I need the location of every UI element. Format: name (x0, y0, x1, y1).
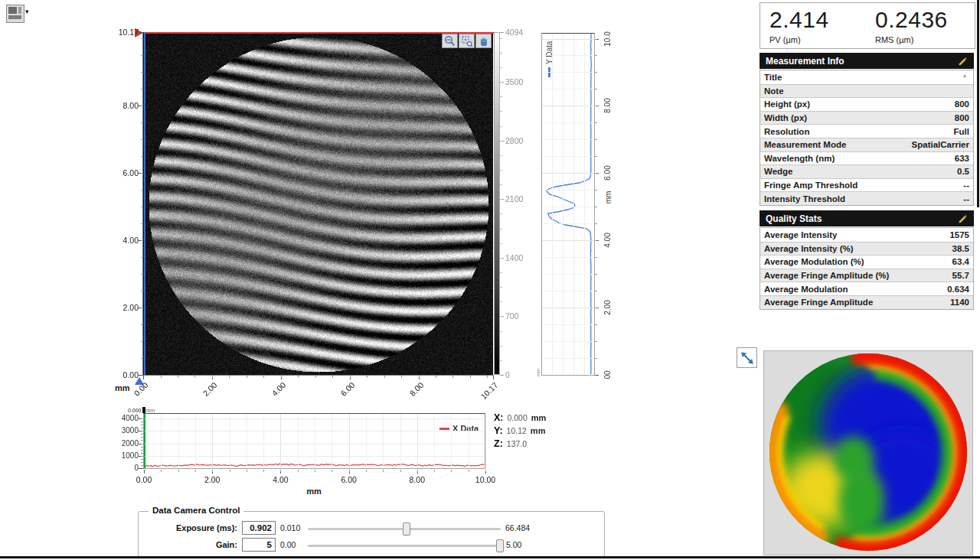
plot-gridline (485, 414, 486, 468)
axis-tick-label: 0.00 (129, 475, 159, 484)
axis-minor-tick (141, 437, 143, 438)
colorbar-minor-tick (500, 331, 502, 332)
axis-minor-tick (263, 470, 264, 472)
plot-gridline (417, 414, 418, 468)
axis-minor-tick (349, 470, 350, 472)
view-layout-icon[interactable] (6, 5, 24, 23)
colorbar-minor-tick (500, 272, 502, 273)
axis-minor-tick (141, 324, 143, 325)
axis-minor-tick (401, 376, 402, 378)
layout-dropdown-caret-icon[interactable]: ▾ (25, 8, 29, 15)
row-value: 1575 (949, 230, 969, 239)
row-label: Average Fringe Amplitude (%) (764, 271, 889, 280)
colorbar-minor-tick (500, 170, 502, 171)
plot-gridline (542, 39, 593, 40)
exposure-slider-thumb[interactable] (403, 523, 410, 536)
x-cursor-line[interactable] (144, 32, 145, 375)
plot-gridline (315, 414, 315, 468)
plot-gridline (280, 414, 281, 468)
colorbar-tick-label: 2800 (505, 136, 536, 145)
edit-pencil-icon[interactable] (958, 56, 968, 66)
row-value: 55.7 (952, 271, 969, 280)
table-row[interactable]: ResolutionFull (760, 124, 973, 138)
row-label: Average Intensity (764, 230, 837, 239)
interferogram-image[interactable] (143, 32, 493, 375)
axis-tick-label: 6.00 (325, 380, 356, 411)
axis-minor-tick (141, 440, 143, 441)
zoom-region-button[interactable] (459, 34, 475, 48)
plot-gridline (542, 240, 593, 241)
axis-minor-tick (419, 376, 420, 378)
axis-minor-tick (350, 376, 351, 378)
axis-minor-tick (141, 308, 143, 308)
axis-minor-tick (230, 470, 230, 472)
axis-tick-label: 8.00 (394, 380, 425, 411)
table-row[interactable]: Measurement ModeSpatialCarrier (760, 138, 973, 151)
table-row[interactable]: Average Fringe Amplitude1140 (760, 295, 973, 309)
plot-gridline (145, 418, 485, 419)
row-value: -- (963, 194, 969, 203)
colorbar-minor-tick (500, 360, 502, 361)
table-row[interactable]: Height (px)800 (760, 97, 973, 111)
axis-tick (138, 32, 143, 33)
table-row[interactable]: Average Intensity (%)38.5 (760, 242, 973, 256)
row-value: 633 (955, 154, 969, 163)
table-row[interactable]: Average Intensity1575 (760, 228, 973, 242)
axis-minor-tick (281, 376, 282, 378)
cursor-tag-unit: mm (146, 408, 155, 413)
plot-gridline (263, 414, 264, 468)
plot-gridline (542, 257, 593, 258)
axis-minor-tick (161, 376, 162, 378)
table-row[interactable]: Wavelength (nm)633 (760, 151, 973, 165)
axis-minor-tick (595, 106, 597, 106)
plot-gridline (145, 456, 485, 457)
axis-tick-label: 2.00 (103, 303, 139, 312)
measurement-info-title: Measurement Info (766, 56, 844, 67)
table-row[interactable]: Intensity Threshold-- (760, 191, 973, 205)
row-value: 0.5 (957, 167, 969, 176)
axis-tick (493, 376, 494, 379)
table-row[interactable]: Width (px)800 (760, 111, 973, 125)
axis-minor-tick (141, 257, 143, 258)
table-row[interactable]: Fringe Amp Threshold-- (760, 178, 973, 192)
gain-slider-track[interactable] (308, 545, 501, 547)
table-row[interactable]: Note (760, 84, 973, 98)
gain-input[interactable]: 5 (242, 538, 276, 552)
scroll-up-icon[interactable]: ▴ (963, 72, 966, 79)
axis-tick-label: 8.00 (603, 95, 612, 116)
axis-minor-tick (595, 257, 597, 258)
axis-tick-label: 4.00 (265, 475, 296, 484)
table-row[interactable]: Average Modulation0.634 (760, 282, 973, 295)
exposure-input[interactable]: 0.902 (242, 521, 276, 535)
table-row[interactable]: Average Fringe Amplitude (%)55.7 (760, 269, 973, 282)
axis-tick-label: 0.00 (103, 370, 139, 379)
y-profile-corner-unit: mm (536, 364, 542, 376)
table-row[interactable]: Average Modulation (%)63.4 (760, 255, 973, 269)
zoom-out-button[interactable] (442, 34, 458, 48)
axis-minor-tick (195, 470, 196, 472)
row-label: Note (764, 86, 784, 96)
axis-minor-tick (595, 274, 597, 275)
axis-minor-tick (595, 358, 597, 359)
plot-gridline (212, 414, 213, 468)
row-label: Average Fringe Amplitude (764, 298, 873, 307)
pan-button[interactable] (475, 34, 492, 48)
table-row[interactable]: Wedge0.5 (760, 164, 973, 178)
gain-min-label: 0.00 (280, 540, 296, 549)
axis-minor-tick (141, 190, 143, 190)
colorbar-minor-tick (500, 38, 502, 39)
row-label: Average Modulation (764, 285, 848, 294)
pv-label: PV (µm) (769, 35, 801, 44)
gain-slider-thumb[interactable] (496, 539, 504, 552)
expand-phase-map-button[interactable] (737, 347, 757, 368)
quality-stats-table: Average Intensity1575Average Intensity (… (760, 227, 974, 310)
axis-minor-tick (141, 156, 143, 157)
rms-value: 0.2436 (875, 7, 948, 33)
axis-minor-tick (247, 470, 247, 472)
colorbar-tick-label: 2100 (505, 194, 536, 203)
axis-minor-tick (263, 376, 264, 378)
colorbar-tick-label: 1400 (505, 253, 536, 262)
edit-pencil-icon[interactable] (958, 213, 968, 223)
colorbar-minor-tick (500, 346, 502, 347)
table-row[interactable]: Title (760, 70, 973, 84)
